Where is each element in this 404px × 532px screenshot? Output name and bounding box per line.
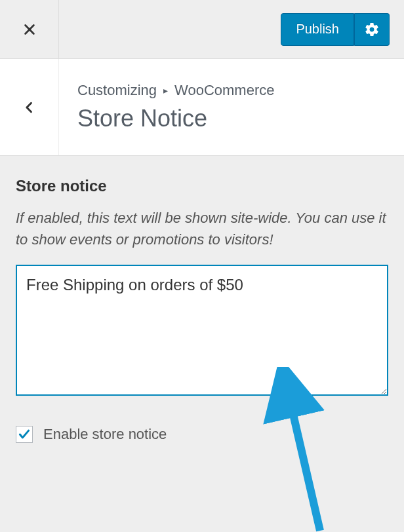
enable-store-notice-checkbox[interactable]	[16, 426, 33, 443]
store-notice-description: If enabled, this text will be shown site…	[16, 207, 388, 250]
gear-icon	[364, 22, 380, 37]
top-bar: Publish	[0, 0, 404, 59]
store-notice-label: Store notice	[16, 177, 388, 195]
header-content: Customizing ▸ WooCommerce Store Notice	[59, 59, 404, 155]
panel-body: Store notice If enabled, this text will …	[0, 156, 404, 459]
breadcrumb-section: WooCommerce	[174, 82, 274, 99]
publish-settings-button[interactable]	[354, 13, 390, 46]
back-button[interactable]	[0, 59, 59, 155]
publish-group: Publish	[281, 13, 390, 46]
page-title: Store Notice	[77, 104, 384, 132]
breadcrumb-parent: Customizing	[77, 82, 157, 99]
chevron-left-icon	[23, 101, 36, 114]
store-notice-textarea[interactable]	[16, 265, 388, 396]
enable-store-notice-row: Enable store notice	[16, 426, 388, 443]
enable-store-notice-label[interactable]: Enable store notice	[43, 426, 167, 443]
checkmark-icon	[18, 428, 31, 441]
breadcrumb: Customizing ▸ WooCommerce	[77, 82, 384, 99]
publish-button[interactable]: Publish	[281, 13, 354, 46]
close-button[interactable]	[0, 0, 59, 58]
top-bar-actions: Publish	[59, 0, 404, 58]
chevron-right-icon: ▸	[163, 85, 168, 96]
header-section: Customizing ▸ WooCommerce Store Notice	[0, 59, 404, 156]
close-icon	[22, 22, 37, 37]
